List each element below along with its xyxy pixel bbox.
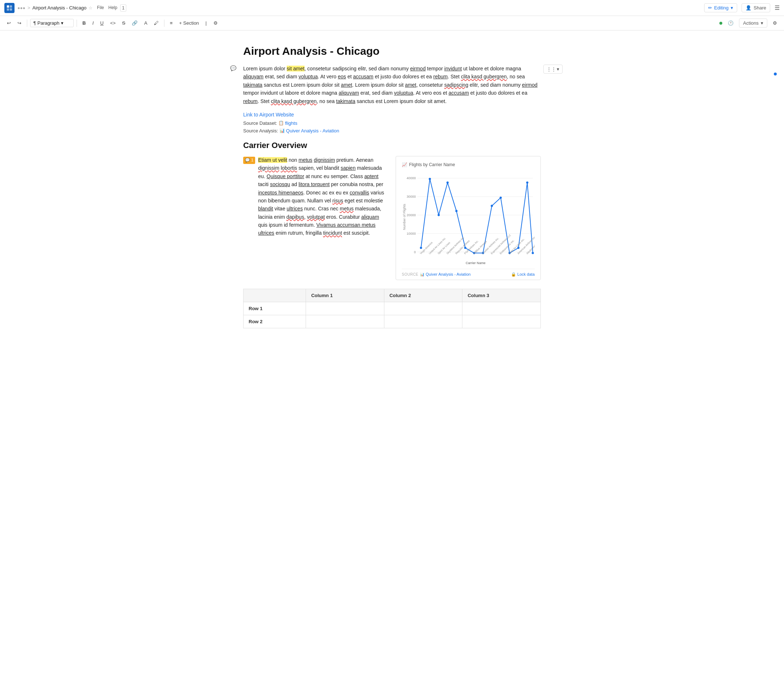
- data-table: Column 1 Column 2 Column 3 Row 1 Row 2: [243, 289, 541, 328]
- app-icon: [5, 3, 14, 13]
- section-button[interactable]: + Section: [177, 19, 202, 27]
- table-row2-label[interactable]: Row 2: [244, 315, 306, 328]
- cu-10: inceptos himenaeos: [258, 190, 303, 196]
- cu-17: volutpat: [307, 214, 325, 220]
- menu-lines-icon[interactable]: ☰: [775, 5, 779, 11]
- paragraph-arrow: ▾: [61, 20, 64, 26]
- italic-button[interactable]: I: [90, 19, 96, 27]
- file-menu-file[interactable]: File: [95, 5, 105, 12]
- highlight-button[interactable]: A: [142, 19, 150, 27]
- two-col-layout: 💬 1 Etiam ut velit non metus dignissim p…: [243, 156, 541, 280]
- airport-website-link[interactable]: Link to Airport Website: [243, 112, 541, 118]
- table-row2-col3[interactable]: [462, 315, 541, 328]
- svg-text:0: 0: [414, 250, 416, 254]
- svg-point-18: [446, 182, 449, 183]
- strikethrough-button[interactable]: S: [120, 19, 128, 27]
- highlighted-text: sit amet: [287, 66, 305, 71]
- file-menu-help[interactable]: Help: [107, 5, 119, 12]
- underlined-word-16: takimata: [336, 98, 355, 104]
- intro-block: 💬 Lorem ipsum dolor sit amet, consetetur…: [243, 65, 541, 105]
- paragraph-select[interactable]: ¶ Paragraph ▾: [30, 19, 74, 27]
- table-row2-col1[interactable]: [306, 315, 384, 328]
- table-col3: Column 3: [462, 289, 541, 302]
- settings-small-button[interactable]: ⚙: [211, 19, 220, 27]
- editing-button[interactable]: ✏ Editing ▾: [704, 3, 737, 12]
- table-row: Row 1: [244, 302, 541, 315]
- underlined-word-1: eirmod: [410, 66, 426, 71]
- cu-12: risus: [333, 198, 343, 203]
- svg-rect-3: [10, 8, 12, 10]
- history-button[interactable]: 🕐: [725, 19, 736, 27]
- chart-source-link[interactable]: Quiver Analysis - Aviation: [426, 272, 471, 276]
- lock-data-label: Lock data: [517, 272, 535, 276]
- dataset-icon: 📋: [278, 120, 284, 126]
- align-button[interactable]: ≡: [167, 19, 175, 27]
- svg-rect-2: [7, 8, 9, 10]
- table-row2-col2[interactable]: [384, 315, 462, 328]
- intro-text[interactable]: Lorem ipsum dolor sit amet, consetetur s…: [243, 65, 541, 105]
- paragraph-label: Paragraph: [37, 20, 59, 26]
- svg-point-17: [438, 214, 440, 216]
- table-header-row: Column 1 Column 2 Column 3: [244, 289, 541, 302]
- svg-text:40000: 40000: [406, 176, 415, 180]
- source-analysis-link[interactable]: 📊 Quiver Analysis - Aviation: [280, 128, 339, 134]
- toolbar-divider-2: [76, 20, 77, 27]
- settings-button[interactable]: ⚙: [770, 19, 779, 27]
- table-icon[interactable]: 1: [120, 5, 126, 12]
- paint-button[interactable]: 🖊: [151, 19, 161, 27]
- undo-button[interactable]: ↩: [5, 19, 13, 27]
- cu-13: blandit: [258, 206, 273, 211]
- code-button[interactable]: <>: [107, 19, 118, 27]
- chart-title-text: Flights by Carrier Name: [409, 162, 455, 167]
- underline-button[interactable]: U: [98, 19, 106, 27]
- table-row1-label[interactable]: Row 1: [244, 302, 306, 315]
- cu-1: metus: [299, 157, 312, 163]
- table-row1-col2[interactable]: [384, 302, 462, 315]
- carrier-highlight: Etiam ut velit: [258, 157, 287, 163]
- cu-5: sapien: [341, 165, 355, 171]
- toolbar: ↩ ↪ ¶ Paragraph ▾ B I U <> S 🔗 A 🖊 ≡ + S…: [0, 16, 784, 31]
- table-row1-col1[interactable]: [306, 302, 384, 315]
- cu-15: metus: [340, 206, 353, 211]
- comment-number-badge[interactable]: 💬 1: [243, 157, 255, 164]
- carrier-text[interactable]: Etiam ut velit non metus dignissim preti…: [258, 156, 387, 237]
- source-analysis-line: Source Analysis: 📊 Quiver Analysis - Avi…: [243, 128, 541, 134]
- bold-button[interactable]: B: [80, 19, 88, 27]
- svg-text:Carrier Name: Carrier Name: [466, 261, 485, 265]
- share-label: Share: [753, 5, 766, 11]
- lock-icon: 🔒: [511, 272, 516, 277]
- document-title[interactable]: Airport Analysis - Chicago: [243, 45, 541, 57]
- comment-icon[interactable]: 💬: [230, 65, 236, 71]
- source-dataset-link[interactable]: 📋 flights: [278, 120, 297, 126]
- link-button[interactable]: 🔗: [129, 19, 140, 27]
- actions-label: Actions: [743, 20, 759, 26]
- chart-source: SOURCE 📊 Quiver Analysis - Aviation 🔒 Lo…: [402, 269, 535, 277]
- svg-point-19: [455, 210, 457, 212]
- share-button[interactable]: 👤 Share: [742, 3, 770, 12]
- lock-data-button[interactable]: 🔒 Lock data: [511, 272, 535, 277]
- actions-button[interactable]: Actions ▾: [739, 19, 767, 28]
- star-icon[interactable]: ☆: [89, 5, 93, 11]
- source-dataset-value: flights: [285, 120, 297, 126]
- options-dots-icon: ⋮⋮: [547, 67, 556, 72]
- table-row1-col3[interactable]: [462, 302, 541, 315]
- chart-area: 40000 30000 20000 10000 0: [402, 172, 535, 266]
- toolbar-divider-3: [164, 20, 165, 27]
- text-column: 💬 1 Etiam ut velit non metus dignissim p…: [243, 156, 387, 280]
- source-analysis-value: Quiver Analysis - Aviation: [286, 128, 339, 134]
- underlined-word-12: aliquyam: [339, 90, 359, 96]
- cu-8: sociosqu: [270, 182, 290, 187]
- underlined-word-9: amet: [341, 82, 352, 88]
- options-button[interactable]: ⋮⋮ ▾: [543, 65, 563, 74]
- file-menu: File Help 1: [95, 5, 126, 12]
- redo-button[interactable]: ↪: [15, 19, 24, 27]
- section2-title: Carrier Overview: [243, 141, 541, 150]
- svg-point-24: [499, 197, 502, 199]
- svg-text:Delta Air Lines Inc.: Delta Air Lines Inc.: [508, 238, 526, 255]
- svg-point-27: [526, 182, 529, 183]
- pipe-button[interactable]: |: [203, 19, 209, 27]
- doc-title: Airport Analysis - Chicago: [32, 5, 86, 11]
- chart-column: 📈 Flights by Carrier Name 40000 30000 20…: [396, 156, 541, 280]
- cu-6: Quisque porttitor: [267, 173, 305, 179]
- options-arrow: ▾: [557, 67, 559, 72]
